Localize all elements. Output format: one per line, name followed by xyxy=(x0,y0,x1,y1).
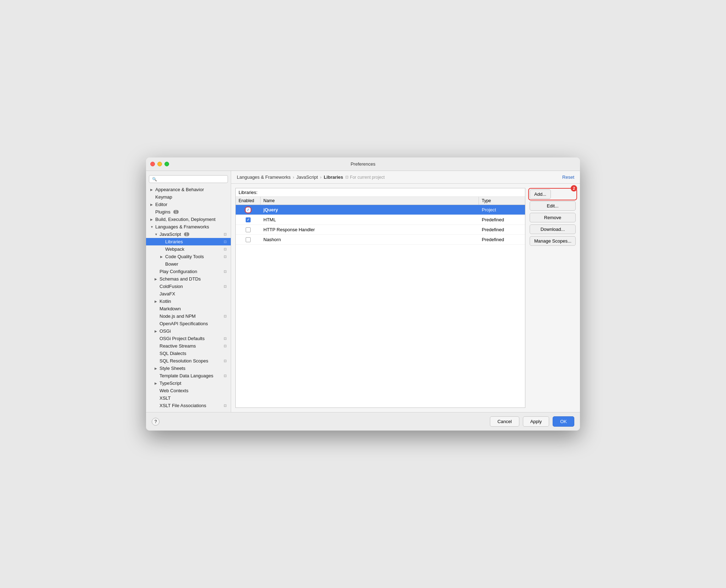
sidebar-label-libraries: Libraries xyxy=(165,239,183,244)
expand-arrow-appearance: ▶ xyxy=(150,188,154,192)
sidebar-item-markdown[interactable]: ▶ Markdown xyxy=(146,305,231,312)
sidebar-item-xslt-file-assoc[interactable]: ▶ XSLT File Associations ⊡ xyxy=(146,402,231,409)
action-buttons: Add... 2 Edit... Remove Download... Mana… xyxy=(530,188,576,408)
sidebar-item-sql-resolution[interactable]: ▶ SQL Resolution Scopes ⊡ xyxy=(146,357,231,365)
table-row[interactable]: HTML Predefined xyxy=(236,215,525,225)
table-row[interactable]: jQuery Project xyxy=(236,205,525,215)
cell-enabled-http[interactable] xyxy=(236,226,261,234)
sidebar-label-editor: Editor xyxy=(155,202,167,207)
table-row[interactable]: Nashorn Predefined xyxy=(236,235,525,245)
maximize-button[interactable] xyxy=(164,162,169,166)
sidebar-item-template-data[interactable]: ▶ Template Data Languages ⊡ xyxy=(146,372,231,379)
footer: ? Cancel Apply OK xyxy=(146,412,580,431)
scope-icon: ⊡ xyxy=(345,175,348,179)
sidebar-item-reactive-streams[interactable]: ▶ Reactive Streams ⊡ xyxy=(146,342,231,350)
sidebar-label-plugins: Plugins xyxy=(155,209,171,215)
add-button-wrapper: Add... 2 xyxy=(530,189,576,199)
expand-arrow-osgi: ▶ xyxy=(155,329,158,333)
sidebar-item-libraries[interactable]: ▶ Libraries ⊡ xyxy=(146,238,231,245)
window-title: Preferences xyxy=(351,161,375,167)
project-scope: ⊡ For current project xyxy=(345,175,385,180)
ok-button[interactable]: OK xyxy=(553,416,574,427)
preferences-window: Preferences 🔍 ▶ Appearance & Behavior ▶ … xyxy=(146,157,580,431)
remove-button[interactable]: Remove xyxy=(530,213,576,222)
sidebar-item-coldfusion[interactable]: ▶ ColdFusion ⊡ xyxy=(146,283,231,290)
sidebar-item-editor[interactable]: ▶ Editor xyxy=(146,201,231,208)
template-page-icon: ⊡ xyxy=(224,374,227,378)
footer-right: Cancel Apply OK xyxy=(490,416,574,427)
sidebar-item-schemas-dtds[interactable]: ▶ Schemas and DTDs xyxy=(146,275,231,283)
search-input[interactable] xyxy=(158,177,225,182)
add-button[interactable]: Add... xyxy=(530,189,551,199)
title-bar: Preferences xyxy=(146,157,580,171)
sidebar-item-openapi[interactable]: ▶ OpenAPI Specifications xyxy=(146,320,231,327)
sidebar-item-osgi[interactable]: ▶ OSGi xyxy=(146,327,231,335)
sidebar-items: ▶ Appearance & Behavior ▶ Keymap ▶ Edito… xyxy=(146,186,231,409)
edit-button[interactable]: Edit... xyxy=(530,201,576,211)
sidebar-item-appearance-behavior[interactable]: ▶ Appearance & Behavior xyxy=(146,186,231,193)
traffic-lights xyxy=(150,162,169,166)
checkbox-html[interactable] xyxy=(246,217,251,222)
coldfusion-page-icon: ⊡ xyxy=(224,284,227,288)
sidebar-item-code-quality-tools[interactable]: ▶ Code Quality Tools ⊡ xyxy=(146,253,231,260)
header-type: Type xyxy=(479,197,525,205)
checkbox-http[interactable] xyxy=(246,227,251,232)
sidebar: 🔍 ▶ Appearance & Behavior ▶ Keymap ▶ Edi… xyxy=(146,171,231,412)
cell-name-http: HTTP Response Handler xyxy=(261,226,479,234)
search-box[interactable]: 🔍 xyxy=(149,175,228,183)
download-button[interactable]: Download... xyxy=(530,224,576,234)
footer-left: ? xyxy=(152,418,160,426)
panel-header: Languages & Frameworks › JavaScript › Li… xyxy=(231,171,580,184)
checkbox-jquery[interactable] xyxy=(246,207,251,212)
help-button[interactable]: ? xyxy=(152,418,160,426)
reset-button[interactable]: Reset xyxy=(562,174,574,180)
sidebar-label-appearance-behavior: Appearance & Behavior xyxy=(155,187,204,192)
apply-button[interactable]: Apply xyxy=(523,416,549,427)
sidebar-item-javascript[interactable]: ▼ JavaScript 1 ⊡ xyxy=(146,231,231,238)
sidebar-item-build-execution[interactable]: ▶ Build, Execution, Deployment xyxy=(146,216,231,223)
sidebar-item-style-sheets[interactable]: ▶ Style Sheets xyxy=(146,365,231,372)
osgi-defaults-page-icon: ⊡ xyxy=(224,337,227,340)
checkbox-nashorn[interactable] xyxy=(246,237,251,242)
sidebar-label-osgi: OSGi xyxy=(160,328,171,334)
cancel-button[interactable]: Cancel xyxy=(490,416,519,427)
table-row[interactable]: HTTP Response Handler Predefined xyxy=(236,225,525,235)
expand-arrow-schemas: ▶ xyxy=(155,277,158,281)
sidebar-label-javafx: JavaFX xyxy=(160,291,175,296)
sidebar-label-nodejs: Node.js and NPM xyxy=(160,314,196,319)
panel-body: Libraries: Enabled Name Type jQuery xyxy=(231,184,580,412)
libraries-page-icon: ⊡ xyxy=(224,240,227,244)
sidebar-item-bower[interactable]: ▶ Bower xyxy=(146,260,231,268)
sidebar-item-nodejs[interactable]: ▶ Node.js and NPM ⊡ xyxy=(146,312,231,320)
libraries-table: Libraries: Enabled Name Type jQuery xyxy=(235,188,525,408)
scope-label: For current project xyxy=(350,175,385,180)
sidebar-item-typescript[interactable]: ▶ TypeScript xyxy=(146,379,231,387)
sidebar-label-xslt: XSLT xyxy=(160,395,171,401)
sidebar-label-markdown: Markdown xyxy=(160,306,181,311)
cell-enabled-jquery[interactable] xyxy=(236,206,261,214)
cell-enabled-html[interactable] xyxy=(236,216,261,224)
sidebar-item-languages-frameworks[interactable]: ▼ Languages & Frameworks xyxy=(146,223,231,231)
sidebar-item-web-contexts[interactable]: ▶ Web Contexts xyxy=(146,387,231,394)
sidebar-item-keymap[interactable]: ▶ Keymap xyxy=(146,193,231,201)
breadcrumb-current: Libraries xyxy=(324,174,343,180)
cell-enabled-nashorn[interactable] xyxy=(236,236,261,244)
manage-scopes-button[interactable]: Manage Scopes... xyxy=(530,236,576,246)
expand-arrow-editor: ▶ xyxy=(150,203,154,206)
sidebar-item-webpack[interactable]: ▶ Webpack ⊡ xyxy=(146,245,231,253)
expand-arrow-build: ▶ xyxy=(150,218,154,221)
plugins-badge: 1 xyxy=(173,210,179,214)
minimize-button[interactable] xyxy=(157,162,162,166)
sidebar-label-play: Play Configuration xyxy=(160,269,197,274)
breadcrumb-arrow1: › xyxy=(293,174,294,180)
sidebar-item-play-configuration[interactable]: ▶ Play Configuration ⊡ xyxy=(146,268,231,275)
sidebar-item-sql-dialects[interactable]: ▶ SQL Dialects xyxy=(146,350,231,357)
sidebar-item-osgi-defaults[interactable]: ▶ OSGi Project Defaults ⊡ xyxy=(146,335,231,342)
right-panel: Languages & Frameworks › JavaScript › Li… xyxy=(231,171,580,412)
sidebar-item-xslt[interactable]: ▶ XSLT xyxy=(146,394,231,402)
header-name: Name xyxy=(261,197,479,205)
close-button[interactable] xyxy=(150,162,155,166)
sidebar-item-kotlin[interactable]: ▶ Kotlin xyxy=(146,298,231,305)
sidebar-item-plugins[interactable]: ▶ Plugins 1 xyxy=(146,208,231,216)
sidebar-item-javafx[interactable]: ▶ JavaFX xyxy=(146,290,231,298)
